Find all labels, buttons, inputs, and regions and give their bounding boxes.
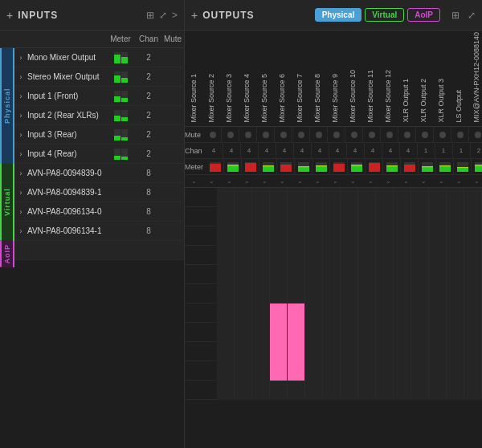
matrix-cell[interactable] xyxy=(411,246,429,265)
matrix-cell[interactable] xyxy=(288,265,305,284)
matrix-cell[interactable] xyxy=(323,265,341,284)
matrix-cell[interactable] xyxy=(323,284,341,303)
matrix-cell[interactable] xyxy=(323,226,341,246)
matrix-cell[interactable] xyxy=(270,361,288,381)
input-row[interactable]: ›Mono Mixer Output2 xyxy=(14,48,184,67)
matrix-cell[interactable] xyxy=(288,284,305,303)
matrix-cell[interactable] xyxy=(217,226,235,246)
mute-cell[interactable] xyxy=(275,127,292,143)
matrix-cell[interactable] xyxy=(323,381,341,400)
matrix-cell[interactable] xyxy=(341,226,358,246)
matrix-cell[interactable] xyxy=(217,246,235,265)
matrix-cell[interactable] xyxy=(464,342,482,361)
matrix-cell[interactable] xyxy=(270,226,288,246)
matrix-cell[interactable] xyxy=(235,342,252,361)
matrix-cell[interactable] xyxy=(411,226,429,246)
input-row[interactable]: ›Input 2 (Rear XLRs)2 xyxy=(14,106,184,125)
matrix-cell[interactable] xyxy=(464,207,482,226)
chevron-cell[interactable]: ⌄ xyxy=(291,177,308,185)
matrix-cell[interactable] xyxy=(376,284,394,303)
matrix-cell[interactable] xyxy=(376,246,394,265)
mute-cell[interactable] xyxy=(381,127,398,143)
matrix-cell[interactable] xyxy=(394,246,411,265)
matrix-cell[interactable] xyxy=(341,207,358,226)
matrix-cell[interactable] xyxy=(252,342,270,361)
chevron-cell[interactable]: ⌄ xyxy=(344,177,362,185)
chevron-cell[interactable]: ⌄ xyxy=(432,177,450,185)
matrix-cell[interactable] xyxy=(464,265,482,284)
matrix-cell[interactable] xyxy=(429,381,447,400)
expand-arrow[interactable]: › xyxy=(14,189,27,197)
chevron-cell[interactable]: ⌄ xyxy=(308,177,326,185)
matrix-cell[interactable] xyxy=(270,284,288,303)
chevron-cell[interactable]: ⌄ xyxy=(185,177,202,185)
matrix-cell[interactable] xyxy=(235,284,252,303)
matrix-cell[interactable] xyxy=(376,381,394,400)
chevron-cell[interactable]: ⌄ xyxy=(468,177,482,185)
matrix-cell[interactable] xyxy=(270,381,288,400)
matrix-cell[interactable] xyxy=(323,342,341,361)
matrix-cell[interactable] xyxy=(217,303,235,323)
matrix-cell[interactable] xyxy=(447,246,464,265)
matrix-cell[interactable] xyxy=(447,207,464,226)
matrix-cell[interactable] xyxy=(447,265,464,284)
matrix-cell[interactable] xyxy=(464,303,482,323)
matrix-cell[interactable] xyxy=(447,342,464,361)
input-row[interactable]: ›AVN-PA8-0094839-08 xyxy=(14,164,184,183)
matrix-cell[interactable] xyxy=(447,361,464,381)
matrix-cell[interactable] xyxy=(252,188,270,207)
chevron-cell[interactable]: ⌄ xyxy=(326,177,344,185)
chevron-cell[interactable]: ⌄ xyxy=(238,177,255,185)
matrix-cell[interactable] xyxy=(464,323,482,342)
matrix-cell[interactable] xyxy=(429,226,447,246)
outputs-add-icon[interactable]: + xyxy=(191,9,198,22)
tab-virtual[interactable]: Virtual xyxy=(365,8,404,22)
matrix-cell[interactable] xyxy=(235,265,252,284)
matrix-cell[interactable] xyxy=(235,226,252,246)
mute-cell[interactable] xyxy=(257,127,275,143)
expand-arrow[interactable]: › xyxy=(14,92,27,100)
matrix-cell[interactable] xyxy=(341,303,358,323)
inputs-add-icon[interactable]: + xyxy=(6,9,13,22)
matrix-cell[interactable] xyxy=(464,381,482,400)
expand-arrow[interactable]: › xyxy=(14,169,27,177)
matrix-cell[interactable] xyxy=(394,361,411,381)
matrix-cell[interactable] xyxy=(323,207,341,226)
matrix-cell[interactable] xyxy=(217,323,235,342)
input-row[interactable]: ›AVN-PA8-0096134-18 xyxy=(14,222,184,241)
inputs-grid-icon[interactable]: ⊞ xyxy=(146,10,154,21)
chevron-cell[interactable]: ⌄ xyxy=(202,177,220,185)
matrix-cell[interactable] xyxy=(270,323,288,342)
matrix-cell[interactable] xyxy=(217,284,235,303)
input-row[interactable]: ›AVN-PA8-0094839-18 xyxy=(14,183,184,202)
matrix-cell[interactable] xyxy=(447,303,464,323)
matrix-cell[interactable] xyxy=(429,246,447,265)
matrix-cell[interactable] xyxy=(305,226,323,246)
matrix-cell[interactable] xyxy=(305,207,323,226)
matrix-cell[interactable] xyxy=(217,188,235,207)
matrix-cell[interactable] xyxy=(341,246,358,265)
matrix-cell[interactable] xyxy=(394,303,411,323)
chevron-cell[interactable]: ⌄ xyxy=(415,177,432,185)
mute-cell[interactable] xyxy=(469,127,482,143)
tab-aoip[interactable]: AoIP xyxy=(407,8,440,22)
matrix-cell[interactable] xyxy=(447,188,464,207)
chevron-cell[interactable]: ⌄ xyxy=(255,177,273,185)
chevron-cell[interactable]: ⌄ xyxy=(220,177,238,185)
expand-arrow[interactable]: › xyxy=(14,150,27,158)
matrix-cell[interactable] xyxy=(394,381,411,400)
matrix-cell[interactable] xyxy=(235,188,252,207)
matrix-cell[interactable] xyxy=(358,342,376,361)
matrix-cell[interactable] xyxy=(252,323,270,342)
matrix-cell[interactable] xyxy=(358,303,376,323)
matrix-cell[interactable] xyxy=(358,246,376,265)
matrix-cell[interactable] xyxy=(358,323,376,342)
input-row[interactable]: ›Input 1 (Front)2 xyxy=(14,87,184,106)
matrix-cell[interactable] xyxy=(252,361,270,381)
input-row[interactable]: ›Input 4 (Rear)2 xyxy=(14,145,184,164)
tab-physical[interactable]: Physical xyxy=(315,8,362,22)
matrix-cell[interactable] xyxy=(411,207,429,226)
input-row[interactable]: ›Stereo Mixer Output2 xyxy=(14,67,184,87)
mute-cell[interactable] xyxy=(345,127,363,143)
matrix-cell[interactable] xyxy=(394,284,411,303)
